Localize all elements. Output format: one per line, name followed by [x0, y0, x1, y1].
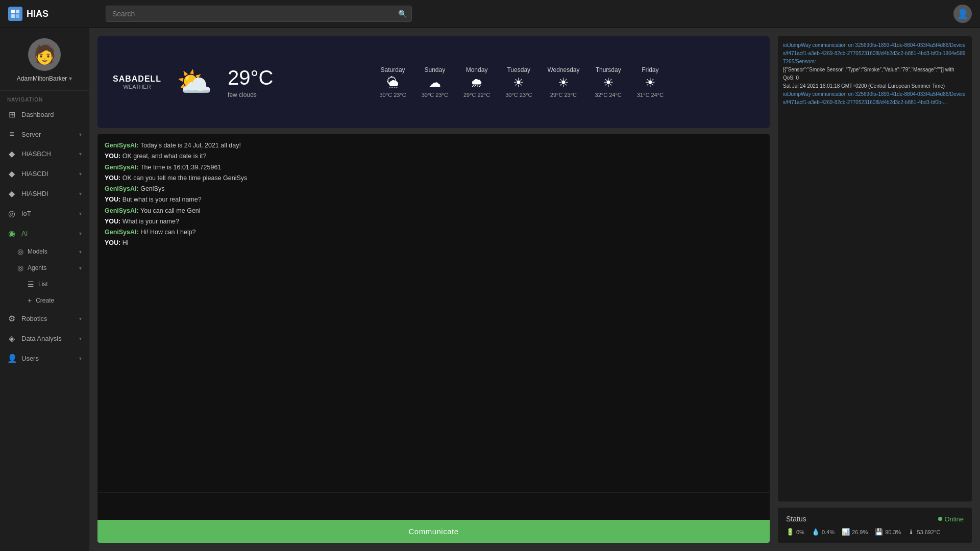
svg-rect-3	[16, 14, 19, 18]
temp-icon: 🌡	[908, 528, 915, 536]
iot-icon: ◎	[7, 209, 16, 218]
chat-input[interactable]	[97, 492, 770, 518]
sidebar-item-label: AI	[21, 230, 28, 237]
sidebar-item-hiashdi[interactable]: ◆ HIASHDI ▾	[0, 184, 89, 204]
chevron-down-icon: ▾	[79, 231, 82, 236]
chat-message: GeniSysAI: GeniSys	[105, 184, 763, 194]
sidebar-sub-create[interactable]: + Create	[20, 292, 89, 309]
sidebar-item-data-analysis[interactable]: ◈ Data Analysis ▾	[0, 329, 89, 348]
chat-input-area: Communicate	[97, 492, 770, 543]
chat-message: GeniSysAI: You can call me Geni	[105, 206, 763, 216]
sidebar-item-iot[interactable]: ◎ IoT ▾	[0, 204, 89, 223]
humidity-icon: 💧	[812, 528, 820, 536]
sidebar-item-dashboard[interactable]: ⊞ Dashboard	[0, 105, 89, 124]
weather-current-info: 29°C few clouds	[228, 66, 273, 98]
server-icon: ≡	[7, 130, 16, 139]
metric-value: 0%	[796, 529, 804, 535]
sidebar-sub-agents[interactable]: ◎ Agents ▾	[10, 260, 89, 276]
chat-message: YOU: OK great, and what date is it?	[105, 151, 763, 162]
sidebar-item-label: HIASBCH	[21, 150, 51, 158]
chat-message: GeniSysAI: The time is 16:01:39.725961	[105, 162, 763, 173]
metric-humidity: 💧 0.4%	[812, 528, 835, 536]
sidebar-sub-list[interactable]: ☰ List	[20, 276, 89, 292]
chat-message: GeniSysAI: Hi! How can I help?	[105, 227, 763, 238]
sidebar-item-label: HIASCDI	[21, 170, 48, 178]
chevron-right-icon: ▾	[79, 356, 82, 361]
chat-messages: GeniSysAI: Today's date is 24 Jul, 2021 …	[97, 134, 770, 492]
chat-panel: GeniSysAI: Today's date is 24 Jul, 2021 …	[97, 134, 770, 543]
avatar: 🧑	[28, 38, 61, 71]
app-name: HIAS	[27, 9, 48, 19]
chevron-right-icon: ▾	[79, 211, 82, 216]
models-icon: ◎	[17, 247, 23, 256]
log-entry: Sat Jul 24 2021 16:01:18 GMT+0200 (Centr…	[783, 82, 967, 90]
weather-current-icon: ⛅	[177, 65, 212, 99]
create-icon: +	[28, 296, 32, 305]
sidebar-item-label: IoT	[21, 210, 31, 217]
sidebar-item-label: Robotics	[21, 315, 47, 322]
cpu-icon: 📊	[842, 528, 850, 536]
hiashdi-icon: ◆	[7, 189, 16, 198]
chevron-right-icon: ▾	[79, 249, 82, 255]
weather-temp: 29°C	[228, 66, 273, 89]
sidebar-user: 🧑 AdamMiltonBarker ▾	[0, 28, 89, 91]
chevron-down-icon: ▾	[69, 75, 72, 82]
svg-rect-1	[16, 10, 19, 13]
robotics-icon: ⚙	[7, 314, 16, 323]
sidebar-item-server[interactable]: ≡ Server ▾	[0, 124, 89, 144]
sidebar: 🧑 AdamMiltonBarker ▾ NAVIGATION ⊞ Dashbo…	[0, 28, 89, 551]
user-avatar[interactable]: 👤	[953, 5, 972, 23]
chat-message: YOU: OK can you tell me the time please …	[105, 173, 763, 184]
center-column: SABADELL WEATHER ⛅ 29°C few clouds Satur…	[97, 36, 770, 543]
communicate-button[interactable]: Communicate	[97, 520, 770, 543]
metric-value: 0.4%	[822, 529, 835, 535]
metric-memory: 💾 90.3%	[875, 528, 901, 536]
chat-message: YOU: Hi	[105, 238, 763, 248]
weather-label: WEATHER	[113, 84, 161, 90]
chevron-right-icon: ▾	[79, 316, 82, 321]
weather-location: SABADELL WEATHER	[113, 74, 161, 90]
data-analysis-icon: ◈	[7, 334, 16, 343]
sidebar-item-ai[interactable]: ◉ AI ▾	[0, 223, 89, 243]
status-panel: Status Online 🔋 0% 💧 0.4%	[778, 508, 972, 543]
main-content: SABADELL WEATHER ⛅ 29°C few clouds Satur…	[89, 28, 980, 551]
metric-value: 90.3%	[885, 529, 901, 535]
sidebar-item-hiasbch[interactable]: ◆ HIASBCH ▾	[0, 144, 89, 164]
log-entry: iotJumpWay communication on 325690fa-189…	[783, 90, 967, 107]
app-logo: HIAS	[8, 7, 97, 21]
hiascdi-icon: ◆	[7, 169, 16, 179]
sidebar-item-label: Dashboard	[21, 111, 54, 118]
sidebar-item-hiascdi[interactable]: ◆ HIASCDI ▾	[0, 164, 89, 184]
log-panel: iotJumpWay communication on 325690fa-189…	[778, 36, 972, 502]
sidebar-item-label: Users	[21, 355, 39, 362]
search-container: 🔍	[106, 6, 412, 22]
sidebar-item-label: HIASHDI	[21, 190, 48, 197]
chevron-right-icon: ▾	[79, 191, 82, 196]
weather-forecast: Saturday 🌦 30°C 23°C Sunday ☁ 30°C 23°C …	[288, 66, 754, 98]
sidebar-sub-models[interactable]: ◎ Models ▾	[10, 243, 89, 260]
sub-item-label: Create	[36, 297, 54, 304]
topbar: HIAS 🔍 👤	[0, 0, 980, 28]
sub-item-label: Models	[28, 248, 47, 255]
sub-item-label: Agents	[28, 264, 46, 271]
metric-temp: 🌡 53.692°C	[908, 528, 940, 536]
sidebar-username: AdamMiltonBarker ▾	[17, 75, 72, 82]
sidebar-item-robotics[interactable]: ⚙ Robotics ▾	[0, 309, 89, 329]
sidebar-item-users[interactable]: 👤 Users ▾	[0, 348, 89, 368]
chevron-down-icon: ▾	[79, 265, 82, 271]
forecast-wednesday: Wednesday ☀ 29°C 23°C	[547, 66, 579, 98]
weather-card: SABADELL WEATHER ⛅ 29°C few clouds Satur…	[97, 36, 770, 128]
nav-section-label: NAVIGATION	[0, 91, 89, 105]
chevron-right-icon: ▾	[79, 171, 82, 177]
search-input[interactable]	[106, 6, 412, 22]
chat-message: GeniSysAI: Today's date is 24 Jul, 2021 …	[105, 140, 763, 151]
logo-icon	[8, 7, 22, 21]
chat-message: YOU: What is your name?	[105, 216, 763, 227]
forecast-saturday: Saturday 🌦 30°C 23°C	[380, 66, 406, 98]
ai-icon: ◉	[7, 229, 16, 238]
weather-city: SABADELL	[113, 74, 161, 84]
memory-icon: 💾	[875, 528, 883, 536]
log-entry: [{"Sensor":"Smoke Sensor","Type":"Smoke"…	[783, 66, 967, 82]
metric-cpu: 📊 26.9%	[842, 528, 868, 536]
weather-desc: few clouds	[228, 91, 273, 98]
